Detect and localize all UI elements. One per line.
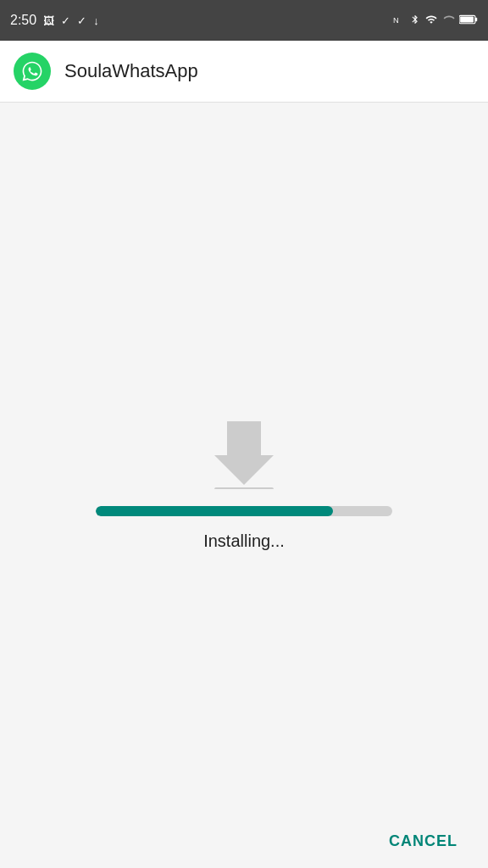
install-icon-area	[206, 421, 282, 489]
installing-text: Installing...	[203, 531, 285, 551]
bluetooth-icon	[410, 13, 420, 29]
app-bar: SoulaWhatsApp	[0, 41, 488, 102]
app-title: SoulaWhatsApp	[64, 60, 198, 82]
svg-text:N: N	[393, 16, 399, 25]
download-arrow-icon	[206, 421, 282, 489]
main-content: Installing... CANCEL	[0, 103, 488, 868]
svg-rect-2	[460, 16, 474, 22]
check-icon-1: ✓	[61, 14, 70, 27]
status-bar-left: 2:50 🖼 ✓ ✓ ↓	[10, 13, 99, 28]
svg-rect-5	[214, 487, 274, 489]
nfc-icon: N	[393, 13, 407, 29]
status-bar: 2:50 🖼 ✓ ✓ ↓ N	[0, 0, 488, 41]
status-time: 2:50	[10, 13, 36, 28]
svg-marker-4	[214, 421, 274, 485]
signal-icon	[442, 14, 456, 28]
wifi-icon	[424, 14, 439, 28]
progress-bar	[96, 506, 333, 516]
cancel-button-container: CANCEL	[0, 814, 488, 868]
check-icon-2: ✓	[77, 14, 86, 27]
image-icon: 🖼	[43, 14, 54, 27]
download-icon: ↓	[93, 14, 99, 27]
app-icon	[14, 53, 51, 90]
cancel-button[interactable]: CANCEL	[379, 826, 468, 857]
progress-bar-container	[96, 506, 392, 516]
whatsapp-icon	[21, 60, 43, 82]
status-icons-right: N	[393, 13, 478, 29]
battery-icon	[459, 14, 478, 28]
svg-rect-3	[475, 17, 477, 21]
